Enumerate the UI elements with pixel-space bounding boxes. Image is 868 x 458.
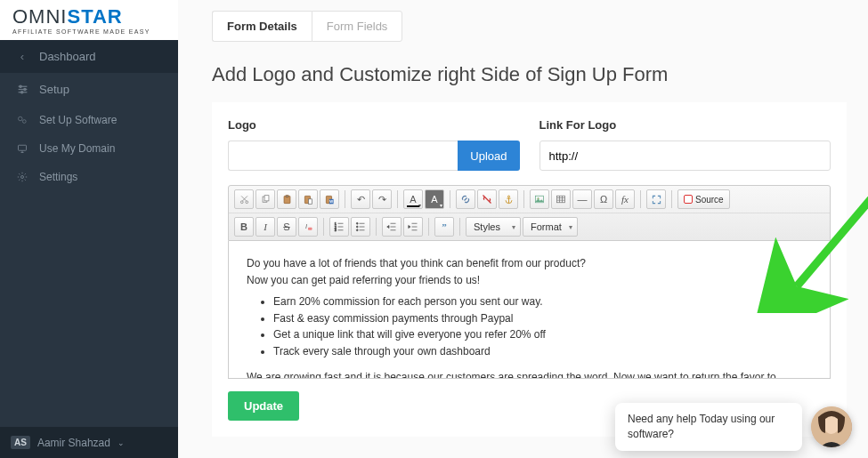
- styles-dropdown[interactable]: Styles: [466, 217, 521, 237]
- link-input[interactable]: [539, 141, 831, 171]
- tab-form-fields[interactable]: Form Fields: [312, 11, 403, 42]
- cut-icon[interactable]: [234, 189, 254, 209]
- outdent-icon[interactable]: [382, 217, 402, 237]
- tabs: Form Details Form Fields: [212, 11, 868, 42]
- strike-icon[interactable]: S: [277, 217, 296, 237]
- list-item: Get a unique link that will give everyon…: [273, 326, 812, 343]
- logo-file-input[interactable]: [228, 141, 458, 171]
- link-label: Link For Logo: [539, 118, 831, 132]
- svg-point-11: [21, 176, 24, 179]
- page-title: Add Logo and Customize right Side of Sig…: [212, 63, 868, 86]
- list-item: Earn 20% commission for each person you …: [273, 293, 812, 310]
- list-item: Track every sale through your own dashbo…: [273, 343, 812, 360]
- sliders-icon: [16, 84, 28, 95]
- chat-avatar[interactable]: [811, 406, 852, 447]
- svg-text:W: W: [329, 199, 333, 204]
- svg-point-3: [19, 85, 20, 87]
- chat-message: Need any help Today using our software?: [615, 403, 802, 451]
- source-label: Source: [695, 195, 724, 205]
- svg-rect-17: [286, 195, 288, 197]
- undo-icon[interactable]: ↶: [351, 189, 370, 209]
- user-menu[interactable]: AS Aamir Shahzad ⌄: [0, 427, 178, 458]
- bullet-list-icon[interactable]: [351, 217, 370, 237]
- update-button[interactable]: Update: [228, 391, 299, 421]
- svg-point-23: [507, 196, 509, 197]
- hr-icon[interactable]: —: [572, 189, 592, 209]
- format-dropdown[interactable]: Format: [523, 217, 578, 237]
- logo-label: Logo: [228, 118, 520, 132]
- editor-text: Do you have a lot of friends that you th…: [247, 255, 812, 272]
- maximize-icon[interactable]: [646, 189, 666, 209]
- svg-point-6: [19, 117, 23, 121]
- nav-label: Settings: [39, 171, 77, 183]
- editor-text: We are growing fast and it is because ou…: [247, 369, 812, 379]
- combo-label: Styles: [474, 221, 500, 232]
- user-initials: AS: [11, 436, 30, 449]
- paste-icon[interactable]: [277, 189, 296, 209]
- gears-icon: [16, 115, 28, 125]
- logo-text-b: STAR: [67, 5, 122, 28]
- svg-point-42: [356, 226, 358, 228]
- combo-label: Format: [531, 221, 562, 232]
- sidebar: OMNISTAR AFFILIATE SOFTWARE MADE EASY ‹ …: [0, 0, 178, 458]
- svg-rect-34: [308, 228, 312, 230]
- bg-color-icon[interactable]: A▾: [425, 189, 444, 209]
- svg-text:3: 3: [335, 229, 337, 232]
- copy-icon[interactable]: [256, 189, 275, 209]
- nav-label: Setup: [39, 83, 69, 96]
- indent-icon[interactable]: [403, 217, 423, 237]
- nav-settings[interactable]: Settings: [0, 163, 178, 191]
- paste-text-icon[interactable]: [298, 189, 318, 209]
- chevron-left-icon: ‹: [16, 50, 28, 63]
- chat-widget[interactable]: Need any help Today using our software?: [615, 403, 852, 451]
- svg-rect-15: [264, 195, 269, 200]
- svg-point-4: [23, 88, 25, 90]
- nav-use-domain[interactable]: Use My Domain: [0, 134, 178, 163]
- main-content: Form Details Form Fields Add Logo and Cu…: [178, 0, 868, 458]
- table-icon[interactable]: [551, 189, 571, 209]
- editor-body[interactable]: Do you have a lot of friends that you th…: [228, 241, 831, 379]
- nav-label: Use My Domain: [39, 142, 115, 155]
- chevron-down-icon: ⌄: [118, 438, 125, 447]
- paste-word-icon[interactable]: W: [320, 189, 339, 209]
- editor-bullet-list: Earn 20% commission for each person you …: [273, 293, 812, 359]
- gear-icon: [16, 172, 28, 182]
- special-char-icon[interactable]: Ω: [594, 189, 613, 209]
- unlink-icon[interactable]: [477, 189, 497, 209]
- svg-point-41: [356, 222, 358, 224]
- logo-tagline: AFFILIATE SOFTWARE MADE EASY: [12, 28, 166, 35]
- editor-text: Now you can get paid referring your frie…: [247, 272, 812, 289]
- svg-point-12: [240, 200, 243, 203]
- italic-icon[interactable]: I: [256, 217, 275, 237]
- upload-button[interactable]: Upload: [458, 141, 519, 171]
- rich-text-editor: W ↶ ↷ A▾ A▾ —: [228, 185, 831, 379]
- remove-format-icon[interactable]: I: [298, 217, 318, 237]
- text-color-icon[interactable]: A▾: [403, 189, 423, 209]
- nav-setup-software[interactable]: Set Up Software: [0, 106, 178, 134]
- brand-logo: OMNISTAR AFFILIATE SOFTWARE MADE EASY: [0, 0, 178, 40]
- tab-form-details[interactable]: Form Details: [212, 11, 312, 42]
- svg-rect-19: [308, 198, 312, 204]
- link-icon[interactable]: [456, 189, 475, 209]
- nav-dashboard[interactable]: ‹ Dashboard: [0, 40, 178, 73]
- svg-point-43: [356, 229, 358, 231]
- nav-label: Set Up Software: [39, 114, 117, 126]
- form-panel: Logo Upload Link For Logo: [212, 102, 847, 437]
- bold-icon[interactable]: B: [234, 217, 254, 237]
- svg-point-5: [20, 92, 22, 93]
- image-icon[interactable]: [530, 189, 549, 209]
- nav-setup[interactable]: Setup: [0, 73, 178, 106]
- equation-icon[interactable]: fx: [615, 189, 635, 209]
- numbered-list-icon[interactable]: 123: [329, 217, 349, 237]
- svg-rect-28: [557, 196, 565, 203]
- redo-icon[interactable]: ↷: [372, 189, 392, 209]
- blockquote-icon[interactable]: ”: [434, 217, 454, 237]
- source-button[interactable]: Source: [677, 189, 730, 209]
- list-item: Fast & easy commission payments through …: [273, 310, 812, 327]
- svg-rect-8: [19, 145, 27, 150]
- logo-text-a: OMNI: [12, 5, 67, 28]
- anchor-icon[interactable]: [499, 189, 518, 209]
- monitor-icon: [16, 143, 28, 154]
- user-name: Aamir Shahzad: [37, 437, 110, 449]
- svg-point-13: [245, 200, 247, 203]
